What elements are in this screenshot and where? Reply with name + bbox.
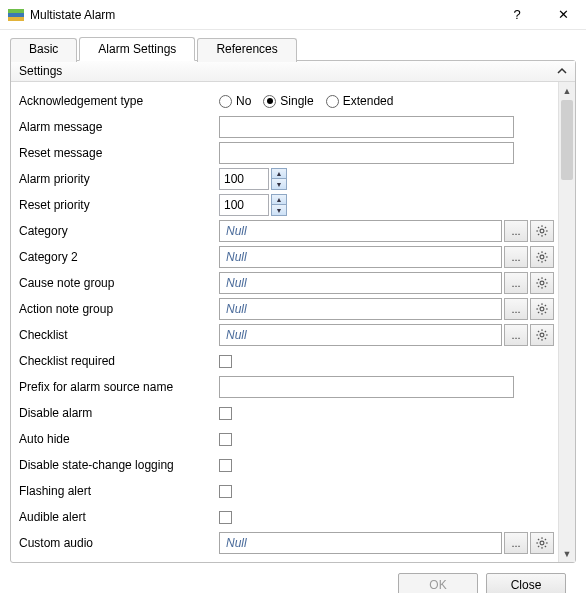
label-category: Category (19, 224, 219, 238)
close-button[interactable]: Close (486, 573, 566, 593)
window-title: Multistate Alarm (30, 8, 115, 22)
ack-type-radio-group: No Single Extended (219, 94, 554, 108)
label-auto-hide: Auto hide (19, 432, 219, 446)
row-ack-type: Acknowledgement type No Single Extended (19, 88, 554, 114)
category2-field[interactable]: Null (219, 246, 502, 268)
reset-priority-down[interactable]: ▼ (271, 205, 287, 216)
alarm-priority-input[interactable] (219, 168, 269, 190)
svg-line-27 (545, 286, 546, 287)
dialog-footer: OK Close (10, 563, 576, 593)
category-browse-button[interactable]: ... (504, 220, 528, 242)
radio-single[interactable]: Single (263, 94, 313, 108)
svg-line-20 (538, 260, 539, 261)
gear-icon (535, 276, 549, 290)
tabstrip: Basic Alarm Settings References (10, 36, 576, 60)
audible-alert-checkbox[interactable] (219, 511, 232, 524)
alarm-message-input[interactable] (219, 116, 514, 138)
reset-priority-input[interactable] (219, 194, 269, 216)
checklist-required-checkbox[interactable] (219, 355, 232, 368)
svg-line-38 (538, 312, 539, 313)
gear-icon (535, 224, 549, 238)
cause-note-group-field[interactable]: Null (219, 272, 502, 294)
label-disable-state-logging: Disable state-change logging (19, 458, 219, 472)
gear-icon (535, 328, 549, 342)
label-alarm-priority: Alarm priority (19, 172, 219, 186)
gear-icon (535, 250, 549, 264)
scroll-thumb[interactable] (561, 100, 573, 180)
tab-references[interactable]: References (197, 38, 296, 62)
row-category: Category Null ... (19, 218, 554, 244)
svg-line-11 (538, 234, 539, 235)
prefix-input[interactable] (219, 376, 514, 398)
checklist-gear-button[interactable] (530, 324, 554, 346)
action-note-group-browse-button[interactable]: ... (504, 298, 528, 320)
alarm-priority-down[interactable]: ▼ (271, 179, 287, 190)
label-action-note-group: Action note group (19, 302, 219, 316)
row-alarm-priority: Alarm priority ▲ ▼ (19, 166, 554, 192)
disable-state-logging-checkbox[interactable] (219, 459, 232, 472)
cause-note-group-gear-button[interactable] (530, 272, 554, 294)
svg-line-18 (545, 260, 546, 261)
tab-alarm-settings[interactable]: Alarm Settings (79, 37, 195, 61)
flashing-alert-checkbox[interactable] (219, 485, 232, 498)
scroll-down-button[interactable]: ▼ (559, 545, 575, 562)
svg-point-3 (540, 229, 544, 233)
checklist-field[interactable]: Null (219, 324, 502, 346)
alarm-priority-up[interactable]: ▲ (271, 168, 287, 179)
client-area: Basic Alarm Settings References Settings… (0, 30, 586, 593)
reset-priority-spinner: ▲ ▼ (219, 194, 287, 216)
svg-line-56 (538, 546, 539, 547)
reset-message-input[interactable] (219, 142, 514, 164)
category-gear-button[interactable] (530, 220, 554, 242)
label-reset-message: Reset message (19, 146, 219, 160)
svg-line-9 (545, 234, 546, 235)
vertical-scrollbar[interactable]: ▲ ▼ (558, 82, 575, 562)
row-flashing-alert: Flashing alert (19, 478, 554, 504)
row-checklist-required: Checklist required (19, 348, 554, 374)
app-icon (8, 7, 24, 23)
radio-extended[interactable]: Extended (326, 94, 394, 108)
disable-alarm-checkbox[interactable] (219, 407, 232, 420)
scroll-up-button[interactable]: ▲ (559, 82, 575, 99)
label-alarm-message: Alarm message (19, 120, 219, 134)
ok-button[interactable]: OK (398, 573, 478, 593)
reset-priority-up[interactable]: ▲ (271, 194, 287, 205)
custom-audio-gear-button[interactable] (530, 532, 554, 554)
label-ack-type: Acknowledgement type (19, 94, 219, 108)
custom-audio-field[interactable]: Null (219, 532, 502, 554)
row-disable-state-logging: Disable state-change logging (19, 452, 554, 478)
auto-hide-checkbox[interactable] (219, 433, 232, 446)
category2-gear-button[interactable] (530, 246, 554, 268)
label-flashing-alert: Flashing alert (19, 484, 219, 498)
svg-point-30 (540, 307, 544, 311)
svg-line-36 (545, 312, 546, 313)
tab-basic[interactable]: Basic (10, 38, 77, 62)
action-note-group-gear-button[interactable] (530, 298, 554, 320)
category2-browse-button[interactable]: ... (504, 246, 528, 268)
row-custom-audio: Custom audio Null ... (19, 530, 554, 556)
label-cause-note-group: Cause note group (19, 276, 219, 290)
row-cause-note-group: Cause note group Null ... (19, 270, 554, 296)
label-audible-alert: Audible alert (19, 510, 219, 524)
label-reset-priority: Reset priority (19, 198, 219, 212)
svg-line-53 (538, 539, 539, 540)
category-field[interactable]: Null (219, 220, 502, 242)
cause-note-group-browse-button[interactable]: ... (504, 272, 528, 294)
label-custom-audio: Custom audio (19, 536, 219, 550)
close-window-button[interactable]: ✕ (540, 0, 586, 30)
svg-line-45 (545, 338, 546, 339)
svg-line-29 (538, 286, 539, 287)
radio-no[interactable]: No (219, 94, 251, 108)
label-prefix: Prefix for alarm source name (19, 380, 219, 394)
custom-audio-browse-button[interactable]: ... (504, 532, 528, 554)
checklist-browse-button[interactable]: ... (504, 324, 528, 346)
collapse-icon[interactable] (555, 64, 569, 78)
svg-line-47 (538, 338, 539, 339)
action-note-group-field[interactable]: Null (219, 298, 502, 320)
section-header-settings[interactable]: Settings (11, 61, 575, 82)
label-checklist: Checklist (19, 328, 219, 342)
svg-point-48 (540, 541, 544, 545)
help-button[interactable]: ? (494, 0, 540, 30)
row-prefix: Prefix for alarm source name (19, 374, 554, 400)
svg-line-44 (538, 331, 539, 332)
